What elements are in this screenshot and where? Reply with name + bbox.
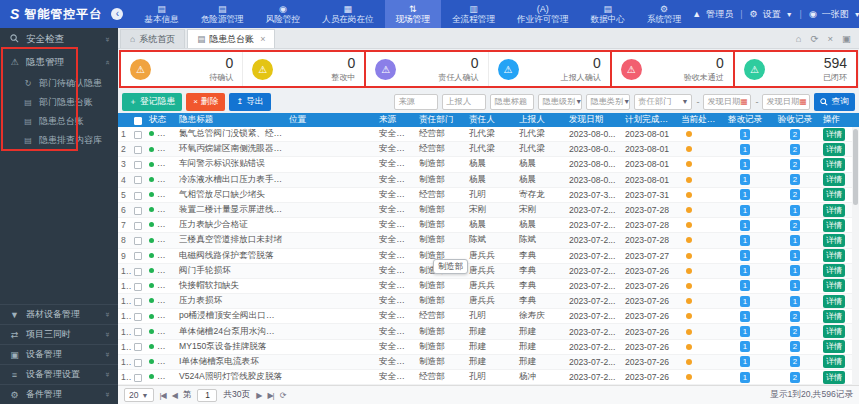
table-row[interactable]: 1... 完成 V524A照明灯管线胶皮脱落 安全巡检 经营部 孔明 杨冲 20… bbox=[118, 370, 859, 385]
title-filter-input[interactable] bbox=[490, 94, 534, 110]
title-cell[interactable]: 电磁阀线路保护套管脱落 bbox=[176, 250, 286, 262]
search-button[interactable]: 查询 bbox=[814, 93, 855, 111]
rectify-count-badge[interactable]: 1 bbox=[740, 341, 750, 352]
rectify-count-badge[interactable]: 1 bbox=[740, 372, 750, 383]
vertical-scrollbar[interactable] bbox=[852, 127, 859, 385]
last-page-icon[interactable]: ▶| bbox=[267, 391, 273, 400]
row-checkbox[interactable] bbox=[134, 146, 142, 154]
top-nav-item[interactable]: (A) 作业许可管理 bbox=[506, 0, 580, 28]
rectify-count-badge[interactable]: 1 bbox=[740, 129, 750, 140]
table-row[interactable]: 8 完成 三楼真空管道排放口未封堵 安全巡检 制造部 陈斌 陈斌 2023-07… bbox=[118, 233, 859, 248]
close-icon[interactable]: × bbox=[260, 34, 265, 44]
rectify-count-badge[interactable]: 1 bbox=[740, 356, 750, 367]
detail-button[interactable]: 详情 bbox=[823, 325, 845, 338]
scrollbar-thumb[interactable] bbox=[853, 129, 858, 205]
detail-button[interactable]: 详情 bbox=[823, 173, 845, 186]
rectify-count-badge[interactable]: 1 bbox=[740, 265, 750, 276]
row-checkbox[interactable] bbox=[134, 161, 142, 169]
title-cell[interactable]: I单体储槽泵电流表坏 bbox=[176, 356, 286, 368]
rectify-count-badge[interactable]: 1 bbox=[740, 189, 750, 200]
title-cell[interactable]: 冷冻液水槽出口压力表手轮缺... bbox=[176, 174, 286, 186]
table-row[interactable]: 2 完成 环氧丙烷罐区南侧洗眼器水流... 安全巡检 经营部 孔代梁 孔代梁 2… bbox=[118, 142, 859, 157]
first-page-icon[interactable]: |◀ bbox=[160, 391, 166, 400]
title-cell[interactable]: MY150泵设备挂牌脱落 bbox=[176, 341, 286, 353]
tab-danger-ledger[interactable]: ▤ 隐患总台账 × bbox=[187, 29, 275, 48]
level-filter-select[interactable]: 隐患级别▼ bbox=[538, 94, 582, 110]
table-row[interactable]: 1... 完成 阀门手轮损坏 安全巡检 制造部 唐兵兵 李典 2023-07-2… bbox=[118, 264, 859, 279]
export-button[interactable]: ↥导出 bbox=[229, 93, 270, 111]
table-row[interactable]: 1... 完成 快接帽软扣缺失 安全巡检 制造部 唐兵兵 李典 2023-07-… bbox=[118, 279, 859, 294]
accept-count-badge[interactable]: 1 bbox=[790, 296, 800, 307]
sidebar-group[interactable]: ⚙ 备件管理 » bbox=[0, 384, 118, 404]
title-cell[interactable]: 压力表缺少合格证 bbox=[176, 219, 286, 231]
detail-button[interactable]: 详情 bbox=[823, 371, 845, 384]
page-number-input[interactable] bbox=[197, 389, 217, 402]
table-row[interactable]: 1... 完成 单体储槽24台泵用水沟盖板坏 安全巡检 制造部 邢建 邢建 20… bbox=[118, 324, 859, 339]
sidebar-group[interactable]: ≡ 设备管理设置 » bbox=[0, 364, 118, 384]
sidebar-sub-item[interactable]: ↻ 部门待确认隐患 bbox=[0, 74, 118, 93]
dept-filter-select[interactable]: 责任部门▼ bbox=[634, 94, 692, 110]
accept-count-badge[interactable]: 1 bbox=[790, 265, 800, 276]
table-row[interactable]: 9 完成 电磁阀线路保护套管脱落 安全巡检 制造部 唐兵兵 李典 2023-07… bbox=[118, 249, 859, 264]
sidebar-sub-item[interactable]: ▤ 部门隐患台账 bbox=[0, 93, 118, 112]
table-row[interactable]: 1... 完成 MY150泵设备挂牌脱落 安全巡检 制造部 邢建 邢建 2023… bbox=[118, 340, 859, 355]
accept-count-badge[interactable]: 2 bbox=[790, 311, 800, 322]
top-nav-item[interactable]: ▤ 基本信息 bbox=[133, 0, 189, 28]
table-row[interactable]: 4 完成 冷冻液水槽出口压力表手轮缺... 安全巡检 制造部 杨晨 杨晨 202… bbox=[118, 173, 859, 188]
rectify-count-badge[interactable]: 1 bbox=[740, 159, 750, 170]
top-nav-item[interactable]: ▤ 危险源管理 bbox=[190, 0, 255, 28]
table-row[interactable]: 6 完成 装置二楼计量显示屏进线口未... 安全巡检 制造部 宋刚 宋刚 202… bbox=[118, 203, 859, 218]
close-icon[interactable]: × bbox=[827, 33, 833, 44]
rectify-count-badge[interactable]: 1 bbox=[740, 174, 750, 185]
expand-icon[interactable]: ▣ bbox=[842, 33, 851, 44]
title-cell[interactable]: 压力表损坏 bbox=[176, 295, 286, 307]
rectify-count-badge[interactable]: 1 bbox=[740, 144, 750, 155]
rectify-count-badge[interactable]: 1 bbox=[740, 220, 750, 231]
table-row[interactable]: 3 完成 车间警示标识张贴错误 安全巡检 制造部 杨晨 杨晨 2023-08-0… bbox=[118, 157, 859, 172]
detail-button[interactable]: 详情 bbox=[823, 219, 845, 232]
accept-count-badge[interactable]: 2 bbox=[790, 174, 800, 185]
row-checkbox[interactable] bbox=[134, 298, 142, 306]
rectify-count-badge[interactable]: 1 bbox=[740, 296, 750, 307]
detail-button[interactable]: 详情 bbox=[823, 234, 845, 247]
accept-count-badge[interactable]: 2 bbox=[790, 372, 800, 383]
accept-count-badge[interactable]: 2 bbox=[790, 189, 800, 200]
rectify-count-badge[interactable]: 1 bbox=[740, 326, 750, 337]
accept-count-badge[interactable]: 2 bbox=[790, 341, 800, 352]
category-filter-select[interactable]: 隐患类别▼ bbox=[586, 94, 630, 110]
accept-count-badge[interactable]: 1 bbox=[790, 235, 800, 246]
accept-count-badge[interactable]: 2 bbox=[790, 356, 800, 367]
row-checkbox[interactable] bbox=[134, 374, 142, 382]
sidebar-group-danger-mgmt[interactable]: ⚠ 隐患管理 » bbox=[0, 50, 118, 74]
rectify-count-badge[interactable]: 1 bbox=[740, 280, 750, 291]
top-nav-item[interactable]: ▥ 全流程管理 bbox=[441, 0, 506, 28]
prev-page-icon[interactable]: ◀ bbox=[172, 391, 177, 400]
top-nav-item[interactable]: ▤ 数据中心 bbox=[580, 0, 636, 28]
detail-button[interactable]: 详情 bbox=[823, 264, 845, 277]
title-cell[interactable]: 三楼真空管道排放口未封堵 bbox=[176, 234, 286, 246]
row-checkbox[interactable] bbox=[134, 237, 142, 245]
accept-count-badge[interactable]: 1 bbox=[790, 280, 800, 291]
accept-count-badge[interactable]: 2 bbox=[790, 220, 800, 231]
rectify-count-badge[interactable]: 1 bbox=[740, 311, 750, 322]
next-page-icon[interactable]: ▶ bbox=[256, 391, 261, 400]
rectify-count-badge[interactable]: 1 bbox=[740, 205, 750, 216]
table-row[interactable]: 1... 完成 压力表损坏 安全巡检 制造部 唐兵兵 李典 2023-07-2.… bbox=[118, 294, 859, 309]
title-cell[interactable]: 单体储槽24台泵用水沟盖板坏 bbox=[176, 326, 286, 338]
home-icon[interactable]: ⌂ bbox=[796, 33, 802, 44]
reload-icon[interactable]: ⟳ bbox=[280, 391, 286, 400]
title-cell[interactable]: 快接帽软扣缺失 bbox=[176, 280, 286, 292]
top-nav-item[interactable]: ⇅ 现场管理 bbox=[385, 0, 441, 28]
title-cell[interactable]: 氮气总管阀门没锁紧、经常开... bbox=[176, 128, 286, 140]
accept-count-badge[interactable]: 2 bbox=[790, 159, 800, 170]
title-cell[interactable]: 车间警示标识张贴错误 bbox=[176, 158, 286, 170]
row-checkbox[interactable] bbox=[134, 343, 142, 351]
rectify-count-badge[interactable]: 1 bbox=[740, 235, 750, 246]
map-menu[interactable]: 一张图 bbox=[822, 8, 849, 21]
date-from-input[interactable]: 发现日期▦ bbox=[703, 94, 751, 110]
accept-count-badge[interactable]: 2 bbox=[790, 144, 800, 155]
row-checkbox[interactable] bbox=[134, 268, 142, 276]
detail-button[interactable]: 详情 bbox=[823, 128, 845, 141]
rectify-count-badge[interactable]: 1 bbox=[740, 250, 750, 261]
detail-button[interactable]: 详情 bbox=[823, 340, 845, 353]
